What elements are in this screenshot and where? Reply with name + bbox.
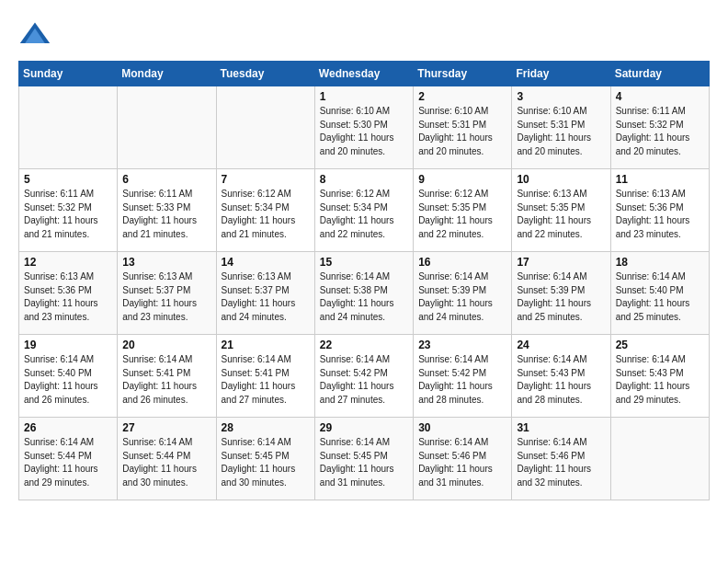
day-number: 29	[320, 421, 408, 434]
weekday-header-thursday: Thursday	[414, 62, 512, 86]
day-number: 12	[24, 256, 112, 269]
calendar-cell: 19Sunrise: 6:14 AM Sunset: 5:40 PM Dayli…	[19, 335, 118, 418]
calendar-week-2: 5Sunrise: 6:11 AM Sunset: 5:32 PM Daylig…	[19, 169, 710, 252]
day-number: 22	[320, 339, 408, 351]
calendar-cell: 12Sunrise: 6:13 AM Sunset: 5:36 PM Dayli…	[19, 252, 118, 335]
logo-icon	[18, 18, 51, 52]
day-number: 5	[24, 173, 112, 186]
day-number: 2	[418, 90, 506, 103]
calendar-cell	[216, 86, 314, 169]
calendar-cell: 31Sunrise: 6:14 AM Sunset: 5:46 PM Dayli…	[512, 418, 610, 500]
day-info: Sunrise: 6:11 AM Sunset: 5:32 PM Dayligh…	[616, 105, 704, 158]
day-number: 31	[517, 421, 605, 434]
weekday-header-sunday: Sunday	[19, 62, 118, 86]
day-info: Sunrise: 6:14 AM Sunset: 5:43 PM Dayligh…	[616, 353, 704, 407]
day-info: Sunrise: 6:14 AM Sunset: 5:44 PM Dayligh…	[24, 436, 112, 489]
day-info: Sunrise: 6:14 AM Sunset: 5:44 PM Dayligh…	[122, 436, 210, 489]
calendar-cell: 5Sunrise: 6:11 AM Sunset: 5:32 PM Daylig…	[19, 169, 118, 252]
day-info: Sunrise: 6:13 AM Sunset: 5:35 PM Dayligh…	[517, 188, 605, 241]
day-info: Sunrise: 6:12 AM Sunset: 5:35 PM Dayligh…	[418, 188, 506, 241]
day-number: 3	[517, 90, 605, 103]
day-info: Sunrise: 6:11 AM Sunset: 5:32 PM Dayligh…	[24, 188, 112, 241]
calendar-week-4: 19Sunrise: 6:14 AM Sunset: 5:40 PM Dayli…	[19, 335, 710, 418]
day-info: Sunrise: 6:14 AM Sunset: 5:46 PM Dayligh…	[418, 436, 506, 489]
calendar-cell: 18Sunrise: 6:14 AM Sunset: 5:40 PM Dayli…	[610, 252, 709, 335]
calendar-cell: 16Sunrise: 6:14 AM Sunset: 5:39 PM Dayli…	[414, 252, 512, 335]
day-number: 24	[517, 339, 605, 351]
day-info: Sunrise: 6:12 AM Sunset: 5:34 PM Dayligh…	[320, 188, 408, 241]
day-number: 1	[320, 90, 408, 103]
day-number: 9	[418, 173, 506, 186]
calendar-cell: 30Sunrise: 6:14 AM Sunset: 5:46 PM Dayli…	[414, 418, 512, 500]
day-info: Sunrise: 6:13 AM Sunset: 5:36 PM Dayligh…	[616, 188, 704, 241]
calendar-cell: 14Sunrise: 6:13 AM Sunset: 5:37 PM Dayli…	[216, 252, 314, 335]
day-number: 19	[24, 339, 112, 351]
weekday-header-row: SundayMondayTuesdayWednesdayThursdayFrid…	[19, 62, 710, 86]
calendar-cell	[118, 86, 216, 169]
calendar-cell: 3Sunrise: 6:10 AM Sunset: 5:31 PM Daylig…	[512, 86, 610, 169]
calendar-cell: 9Sunrise: 6:12 AM Sunset: 5:35 PM Daylig…	[414, 169, 512, 252]
day-number: 11	[616, 173, 704, 186]
calendar-cell: 25Sunrise: 6:14 AM Sunset: 5:43 PM Dayli…	[610, 335, 709, 418]
day-info: Sunrise: 6:12 AM Sunset: 5:34 PM Dayligh…	[222, 188, 310, 241]
day-number: 28	[222, 421, 310, 434]
day-number: 26	[24, 421, 112, 434]
day-info: Sunrise: 6:14 AM Sunset: 5:41 PM Dayligh…	[122, 353, 210, 407]
calendar-table: SundayMondayTuesdayWednesdayThursdayFrid…	[18, 61, 710, 500]
logo	[18, 18, 57, 52]
calendar-week-5: 26Sunrise: 6:14 AM Sunset: 5:44 PM Dayli…	[19, 418, 710, 500]
calendar-cell: 23Sunrise: 6:14 AM Sunset: 5:42 PM Dayli…	[414, 335, 512, 418]
calendar-week-1: 1Sunrise: 6:10 AM Sunset: 5:30 PM Daylig…	[19, 86, 710, 169]
day-number: 6	[122, 173, 210, 186]
page-header	[18, 18, 710, 52]
calendar-cell: 15Sunrise: 6:14 AM Sunset: 5:38 PM Dayli…	[314, 252, 413, 335]
day-number: 14	[222, 256, 310, 269]
calendar-cell: 1Sunrise: 6:10 AM Sunset: 5:30 PM Daylig…	[314, 86, 413, 169]
day-info: Sunrise: 6:14 AM Sunset: 5:39 PM Dayligh…	[418, 270, 506, 324]
calendar-cell: 24Sunrise: 6:14 AM Sunset: 5:43 PM Dayli…	[512, 335, 610, 418]
day-info: Sunrise: 6:11 AM Sunset: 5:33 PM Dayligh…	[122, 188, 210, 241]
day-info: Sunrise: 6:14 AM Sunset: 5:40 PM Dayligh…	[616, 270, 704, 324]
day-number: 23	[418, 339, 506, 351]
day-info: Sunrise: 6:13 AM Sunset: 5:37 PM Dayligh…	[122, 270, 210, 324]
weekday-header-monday: Monday	[118, 62, 216, 86]
day-info: Sunrise: 6:14 AM Sunset: 5:40 PM Dayligh…	[24, 353, 112, 407]
day-info: Sunrise: 6:14 AM Sunset: 5:42 PM Dayligh…	[320, 353, 408, 407]
calendar-week-3: 12Sunrise: 6:13 AM Sunset: 5:36 PM Dayli…	[19, 252, 710, 335]
day-info: Sunrise: 6:14 AM Sunset: 5:38 PM Dayligh…	[320, 270, 408, 324]
day-info: Sunrise: 6:10 AM Sunset: 5:31 PM Dayligh…	[517, 105, 605, 158]
day-number: 8	[320, 173, 408, 186]
day-info: Sunrise: 6:14 AM Sunset: 5:46 PM Dayligh…	[517, 436, 605, 489]
day-info: Sunrise: 6:10 AM Sunset: 5:30 PM Dayligh…	[320, 105, 408, 158]
day-number: 4	[616, 90, 704, 103]
calendar-cell	[610, 418, 709, 500]
day-info: Sunrise: 6:14 AM Sunset: 5:45 PM Dayligh…	[320, 436, 408, 489]
weekday-header-friday: Friday	[512, 62, 610, 86]
calendar-cell: 7Sunrise: 6:12 AM Sunset: 5:34 PM Daylig…	[216, 169, 314, 252]
calendar-cell: 10Sunrise: 6:13 AM Sunset: 5:35 PM Dayli…	[512, 169, 610, 252]
day-number: 18	[616, 256, 704, 269]
weekday-header-tuesday: Tuesday	[216, 62, 314, 86]
calendar-cell: 2Sunrise: 6:10 AM Sunset: 5:31 PM Daylig…	[414, 86, 512, 169]
weekday-header-saturday: Saturday	[610, 62, 709, 86]
day-info: Sunrise: 6:14 AM Sunset: 5:43 PM Dayligh…	[517, 353, 605, 407]
day-info: Sunrise: 6:14 AM Sunset: 5:41 PM Dayligh…	[222, 353, 310, 407]
day-info: Sunrise: 6:14 AM Sunset: 5:45 PM Dayligh…	[222, 436, 310, 489]
calendar-cell: 21Sunrise: 6:14 AM Sunset: 5:41 PM Dayli…	[216, 335, 314, 418]
calendar-cell: 6Sunrise: 6:11 AM Sunset: 5:33 PM Daylig…	[118, 169, 216, 252]
calendar-cell: 20Sunrise: 6:14 AM Sunset: 5:41 PM Dayli…	[118, 335, 216, 418]
calendar-cell: 26Sunrise: 6:14 AM Sunset: 5:44 PM Dayli…	[19, 418, 118, 500]
day-number: 15	[320, 256, 408, 269]
day-number: 20	[122, 339, 210, 351]
calendar-cell: 17Sunrise: 6:14 AM Sunset: 5:39 PM Dayli…	[512, 252, 610, 335]
calendar-cell: 29Sunrise: 6:14 AM Sunset: 5:45 PM Dayli…	[314, 418, 413, 500]
calendar-cell	[19, 86, 118, 169]
day-info: Sunrise: 6:14 AM Sunset: 5:42 PM Dayligh…	[418, 353, 506, 407]
day-number: 16	[418, 256, 506, 269]
calendar-cell: 11Sunrise: 6:13 AM Sunset: 5:36 PM Dayli…	[610, 169, 709, 252]
day-info: Sunrise: 6:13 AM Sunset: 5:36 PM Dayligh…	[24, 270, 112, 324]
day-info: Sunrise: 6:14 AM Sunset: 5:39 PM Dayligh…	[517, 270, 605, 324]
day-number: 25	[616, 339, 704, 351]
weekday-header-wednesday: Wednesday	[314, 62, 413, 86]
calendar-cell: 8Sunrise: 6:12 AM Sunset: 5:34 PM Daylig…	[314, 169, 413, 252]
